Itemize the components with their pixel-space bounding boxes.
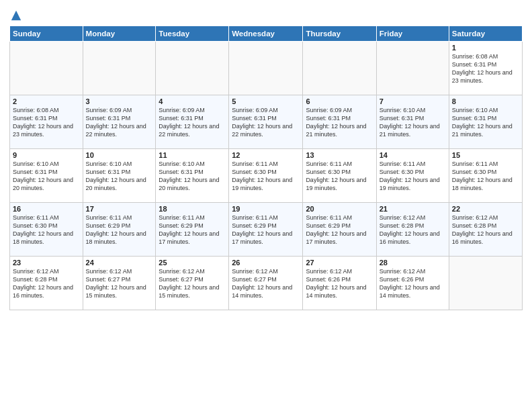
calendar-cell	[376, 42, 449, 95]
day-number: 5	[232, 97, 300, 105]
day-info: Sunrise: 6:10 AM Sunset: 6:31 PM Dayligh…	[159, 160, 226, 193]
day-number: 14	[380, 151, 446, 159]
day-info: Sunrise: 6:11 AM Sunset: 6:29 PM Dayligh…	[306, 214, 373, 246]
calendar-header-row: SundayMondayTuesdayWednesdayThursdayFrid…	[10, 26, 523, 42]
calendar-cell: 14Sunrise: 6:11 AM Sunset: 6:30 PM Dayli…	[376, 149, 449, 203]
calendar-cell: 9Sunrise: 6:10 AM Sunset: 6:31 PM Daylig…	[10, 149, 83, 203]
day-info: Sunrise: 6:12 AM Sunset: 6:26 PM Dayligh…	[380, 267, 446, 300]
day-number: 18	[159, 205, 226, 213]
weekday-header-sunday: Sunday	[10, 26, 83, 42]
calendar-cell	[229, 42, 303, 95]
day-number: 10	[86, 151, 153, 159]
logo-icon	[10, 9, 22, 21]
calendar-cell: 8Sunrise: 6:10 AM Sunset: 6:31 PM Daylig…	[449, 95, 522, 149]
calendar-cell: 28Sunrise: 6:12 AM Sunset: 6:26 PM Dayli…	[376, 257, 449, 310]
calendar-cell: 25Sunrise: 6:12 AM Sunset: 6:27 PM Dayli…	[156, 257, 229, 310]
calendar-cell: 17Sunrise: 6:11 AM Sunset: 6:29 PM Dayli…	[83, 203, 156, 257]
calendar-cell: 13Sunrise: 6:11 AM Sunset: 6:30 PM Dayli…	[303, 149, 376, 203]
day-info: Sunrise: 6:12 AM Sunset: 6:28 PM Dayligh…	[13, 267, 80, 300]
day-number: 11	[159, 151, 226, 159]
day-info: Sunrise: 6:10 AM Sunset: 6:31 PM Dayligh…	[13, 160, 80, 193]
day-number: 24	[86, 259, 153, 267]
calendar-cell	[303, 42, 376, 95]
day-info: Sunrise: 6:08 AM Sunset: 6:31 PM Dayligh…	[13, 106, 80, 139]
day-number: 17	[86, 205, 153, 213]
day-info: Sunrise: 6:09 AM Sunset: 6:31 PM Dayligh…	[159, 106, 226, 139]
day-number: 3	[86, 97, 153, 105]
calendar-cell: 3Sunrise: 6:09 AM Sunset: 6:31 PM Daylig…	[83, 95, 156, 149]
day-info: Sunrise: 6:08 AM Sunset: 6:31 PM Dayligh…	[452, 52, 519, 85]
day-number: 6	[306, 97, 373, 105]
calendar-cell: 18Sunrise: 6:11 AM Sunset: 6:29 PM Dayli…	[156, 203, 229, 257]
calendar-cell	[449, 257, 522, 310]
calendar-cell: 23Sunrise: 6:12 AM Sunset: 6:28 PM Dayli…	[10, 257, 83, 310]
calendar-cell: 5Sunrise: 6:09 AM Sunset: 6:31 PM Daylig…	[229, 95, 303, 149]
weekday-header-monday: Monday	[83, 26, 156, 42]
day-number: 9	[13, 151, 80, 159]
logo	[9, 9, 22, 21]
day-info: Sunrise: 6:12 AM Sunset: 6:26 PM Dayligh…	[306, 267, 373, 300]
day-number: 12	[232, 151, 300, 159]
day-info: Sunrise: 6:11 AM Sunset: 6:30 PM Dayligh…	[13, 214, 80, 246]
weekday-header-friday: Friday	[376, 26, 449, 42]
calendar-cell: 24Sunrise: 6:12 AM Sunset: 6:27 PM Dayli…	[83, 257, 156, 310]
weekday-header-saturday: Saturday	[449, 26, 522, 42]
calendar-cell: 4Sunrise: 6:09 AM Sunset: 6:31 PM Daylig…	[156, 95, 229, 149]
day-number: 1	[452, 44, 519, 52]
calendar-week-4: 16Sunrise: 6:11 AM Sunset: 6:30 PM Dayli…	[10, 203, 523, 257]
calendar-table: SundayMondayTuesdayWednesdayThursdayFrid…	[9, 26, 523, 310]
day-info: Sunrise: 6:11 AM Sunset: 6:29 PM Dayligh…	[86, 214, 153, 246]
calendar-week-2: 2Sunrise: 6:08 AM Sunset: 6:31 PM Daylig…	[10, 95, 523, 149]
day-info: Sunrise: 6:09 AM Sunset: 6:31 PM Dayligh…	[306, 106, 373, 139]
day-number: 7	[380, 97, 446, 105]
day-number: 13	[306, 151, 373, 159]
calendar-cell: 1Sunrise: 6:08 AM Sunset: 6:31 PM Daylig…	[449, 42, 522, 95]
calendar-week-5: 23Sunrise: 6:12 AM Sunset: 6:28 PM Dayli…	[10, 257, 523, 310]
day-info: Sunrise: 6:10 AM Sunset: 6:31 PM Dayligh…	[380, 106, 446, 139]
day-number: 2	[13, 97, 80, 105]
day-number: 4	[159, 97, 226, 105]
day-info: Sunrise: 6:11 AM Sunset: 6:30 PM Dayligh…	[306, 160, 373, 193]
day-info: Sunrise: 6:10 AM Sunset: 6:31 PM Dayligh…	[452, 106, 519, 139]
calendar-cell: 12Sunrise: 6:11 AM Sunset: 6:30 PM Dayli…	[229, 149, 303, 203]
day-info: Sunrise: 6:12 AM Sunset: 6:27 PM Dayligh…	[159, 267, 226, 300]
svg-marker-0	[11, 11, 21, 20]
calendar-cell: 16Sunrise: 6:11 AM Sunset: 6:30 PM Dayli…	[10, 203, 83, 257]
day-number: 8	[452, 97, 519, 105]
day-number: 20	[306, 205, 373, 213]
day-info: Sunrise: 6:11 AM Sunset: 6:30 PM Dayligh…	[232, 160, 300, 193]
calendar-cell: 26Sunrise: 6:12 AM Sunset: 6:27 PM Dayli…	[229, 257, 303, 310]
day-number: 26	[232, 259, 300, 267]
header	[9, 7, 523, 21]
day-info: Sunrise: 6:12 AM Sunset: 6:27 PM Dayligh…	[86, 267, 153, 300]
calendar-cell: 15Sunrise: 6:11 AM Sunset: 6:30 PM Dayli…	[449, 149, 522, 203]
day-info: Sunrise: 6:09 AM Sunset: 6:31 PM Dayligh…	[86, 106, 153, 139]
day-number: 27	[306, 259, 373, 267]
day-info: Sunrise: 6:12 AM Sunset: 6:28 PM Dayligh…	[452, 214, 519, 246]
calendar-cell: 6Sunrise: 6:09 AM Sunset: 6:31 PM Daylig…	[303, 95, 376, 149]
day-number: 25	[159, 259, 226, 267]
weekday-header-thursday: Thursday	[303, 26, 376, 42]
calendar-week-3: 9Sunrise: 6:10 AM Sunset: 6:31 PM Daylig…	[10, 149, 523, 203]
day-number: 15	[452, 151, 519, 159]
page-container: SundayMondayTuesdayWednesdayThursdayFrid…	[0, 0, 532, 411]
day-number: 22	[452, 205, 519, 213]
calendar-cell: 19Sunrise: 6:11 AM Sunset: 6:29 PM Dayli…	[229, 203, 303, 257]
calendar-cell: 11Sunrise: 6:10 AM Sunset: 6:31 PM Dayli…	[156, 149, 229, 203]
day-info: Sunrise: 6:11 AM Sunset: 6:29 PM Dayligh…	[232, 214, 300, 246]
day-info: Sunrise: 6:11 AM Sunset: 6:30 PM Dayligh…	[380, 160, 446, 193]
calendar-cell: 20Sunrise: 6:11 AM Sunset: 6:29 PM Dayli…	[303, 203, 376, 257]
calendar-cell: 22Sunrise: 6:12 AM Sunset: 6:28 PM Dayli…	[449, 203, 522, 257]
calendar-cell	[10, 42, 83, 95]
day-number: 19	[232, 205, 300, 213]
calendar-cell	[83, 42, 156, 95]
weekday-header-tuesday: Tuesday	[156, 26, 229, 42]
weekday-header-wednesday: Wednesday	[229, 26, 303, 42]
day-info: Sunrise: 6:11 AM Sunset: 6:30 PM Dayligh…	[452, 160, 519, 193]
calendar-cell: 7Sunrise: 6:10 AM Sunset: 6:31 PM Daylig…	[376, 95, 449, 149]
calendar-cell: 27Sunrise: 6:12 AM Sunset: 6:26 PM Dayli…	[303, 257, 376, 310]
calendar-cell: 2Sunrise: 6:08 AM Sunset: 6:31 PM Daylig…	[10, 95, 83, 149]
day-number: 28	[380, 259, 446, 267]
day-number: 16	[13, 205, 80, 213]
calendar-cell: 10Sunrise: 6:10 AM Sunset: 6:31 PM Dayli…	[83, 149, 156, 203]
